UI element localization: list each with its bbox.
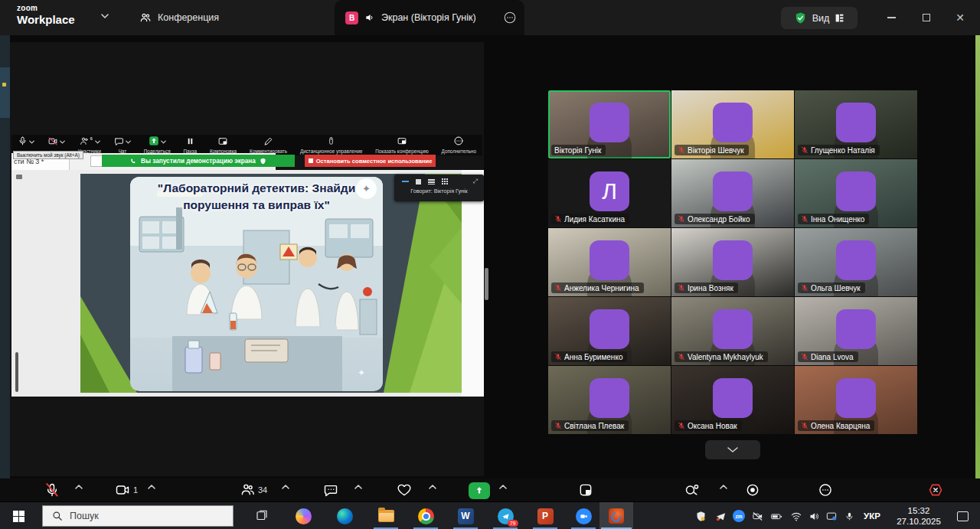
mute-tooltip: Выключить мой звук (Alt+A) [13, 151, 83, 159]
participants-button[interactable]: 34 [240, 482, 267, 498]
participant-tile[interactable]: Анна Бурименко [548, 297, 671, 365]
toolbar-item-more[interactable]: Дополнительно [442, 136, 476, 154]
participant-name-label: Світлана Плевак [551, 420, 629, 431]
layout-grid-icon [835, 13, 844, 23]
toolbar-item-camera-off[interactable] [47, 136, 65, 149]
minimize-strip-icon[interactable] [402, 181, 409, 182]
strip-view-icon[interactable] [428, 179, 435, 184]
notifications-button[interactable] [951, 502, 974, 529]
word-button[interactable]: W [449, 502, 482, 529]
active-capture-app-button[interactable] [599, 502, 633, 529]
wifi-tray-icon[interactable] [787, 502, 805, 529]
toolbar-item-show-meeting[interactable]: Показать конференцию [375, 136, 428, 154]
participant-tile[interactable]: Valentyna Mykhaylyuk [671, 297, 794, 365]
close-button[interactable]: ✕ [943, 0, 977, 35]
powerpoint-button[interactable]: P [528, 502, 562, 529]
maximize-button[interactable] [910, 0, 943, 35]
participant-tile[interactable]: Ірина Возняк [671, 228, 794, 296]
chat-options-chevron[interactable] [354, 482, 362, 491]
antivirus-tray-icon[interactable] [691, 502, 710, 529]
file-explorer-button[interactable] [369, 502, 403, 529]
gallery-next-page-button[interactable] [705, 440, 760, 459]
apps-icon [578, 482, 593, 498]
speaker-view-icon[interactable] [416, 179, 421, 184]
zoom-app-button[interactable] [567, 502, 600, 529]
participant-tile[interactable]: Світлана Плевак [548, 366, 671, 434]
tab-more-icon[interactable] [503, 11, 517, 24]
breakout-options-chevron[interactable] [720, 482, 727, 491]
task-view-button[interactable] [245, 502, 279, 529]
participant-name-label: Ірина Возняк [675, 282, 738, 293]
participants-options-chevron[interactable] [282, 482, 289, 491]
powerpoint-icon: P [537, 508, 554, 524]
participant-tile[interactable]: Оксана Новак [671, 366, 794, 434]
view-button[interactable]: Вид [781, 7, 858, 29]
participant-tile[interactable]: Анжелика Чернигина [548, 228, 671, 296]
mic-tray-icon[interactable] [841, 502, 858, 529]
chat-button[interactable] [323, 482, 338, 498]
language-indicator[interactable]: УКР [859, 502, 885, 529]
breakout-rooms-button[interactable] [684, 482, 701, 498]
end-meeting-button[interactable] [926, 482, 945, 498]
toolbar-item-layout[interactable]: Компоновка [210, 136, 237, 154]
participant-tile[interactable]: Глущенко Наталія [795, 90, 917, 158]
toolbar-item-share-screen[interactable]: Поделиться [144, 136, 171, 154]
gallery-view-icon[interactable] [442, 178, 449, 184]
video-options-chevron[interactable] [148, 482, 155, 491]
start-button[interactable] [0, 502, 37, 529]
stop-share-button[interactable]: Остановить совместное использование [305, 155, 436, 167]
toolbar-item-remote-control[interactable]: Дистанционное управление [300, 136, 363, 154]
video-button[interactable]: 1 [115, 482, 138, 498]
shared-screen-scrollbar[interactable] [485, 268, 488, 300]
reactions-options-chevron[interactable] [429, 482, 436, 491]
participant-tile[interactable]: Інна Онищенко [795, 159, 917, 227]
document-scrollbar[interactable] [15, 352, 18, 392]
copilot-icon [296, 508, 312, 524]
mute-options-chevron[interactable] [75, 482, 83, 491]
toolbar-item-pause[interactable]: Пауза [183, 136, 197, 154]
apps-button[interactable] [578, 482, 593, 498]
avatar [713, 171, 753, 211]
floating-speaker-window[interactable]: ⤢ Говорит: Вікторія Гунік [394, 175, 484, 201]
taskbar-search[interactable]: Пошук [42, 505, 234, 527]
muted-mic-icon [801, 284, 808, 292]
toolbar-item-chat[interactable]: Чат [114, 136, 131, 154]
expand-icon[interactable]: ⤢ [473, 178, 478, 185]
taskbar-clock[interactable]: 15:32 27.10.2025 [887, 502, 951, 529]
cast-tray-icon[interactable] [822, 502, 841, 529]
share-screen-button[interactable] [469, 482, 490, 499]
tab-screen-share[interactable]: B Экран (Вікторія Гунік) [335, 0, 524, 35]
telegram-button[interactable]: 79 [488, 502, 522, 529]
edge-button[interactable] [328, 502, 361, 529]
participant-tile[interactable]: Ольга Шевчук [795, 228, 917, 296]
tab-meeting[interactable]: Конференция [139, 0, 219, 35]
toolbar-item-mic[interactable] [18, 136, 34, 149]
camera-off-tray-icon[interactable] [748, 502, 766, 529]
phone-icon [130, 158, 137, 165]
chevron-down-icon[interactable] [101, 14, 109, 18]
chrome-button[interactable] [409, 502, 443, 529]
battery-tray-icon[interactable] [766, 502, 786, 529]
copilot-button[interactable] [286, 502, 320, 529]
more-button[interactable] [818, 482, 833, 498]
muted-mic-icon [678, 353, 685, 361]
participant-tile[interactable]: Diana Lvova [795, 297, 917, 365]
record-button[interactable] [745, 482, 760, 498]
participant-tile[interactable]: Олександр Бойко [671, 159, 794, 227]
participant-tile[interactable]: Олена Кварцяна [795, 366, 917, 434]
telegram-tray-icon[interactable] [711, 502, 730, 529]
share-options-chevron[interactable] [499, 482, 507, 491]
zoom-tray-icon[interactable]: zm [730, 502, 748, 529]
minimize-button[interactable] [874, 0, 908, 35]
participant-tile[interactable]: Л Лидия Касаткина [548, 159, 671, 227]
edge-icon [337, 508, 353, 524]
share-screen-icon [469, 482, 490, 499]
toolbar-item-annotate[interactable]: Комментировать [250, 136, 287, 154]
participant-tile[interactable]: Вікторія Шевчук [671, 90, 794, 158]
mute-button[interactable] [44, 482, 60, 498]
slide-nav-button[interactable]: ✦ [356, 178, 377, 199]
slide-title: "Лабораторний детектив: Знайди порушення… [130, 180, 383, 214]
volume-tray-icon[interactable] [805, 502, 823, 529]
reactions-button[interactable] [397, 482, 412, 498]
participant-tile[interactable]: Вікторія Гунік [548, 90, 671, 158]
